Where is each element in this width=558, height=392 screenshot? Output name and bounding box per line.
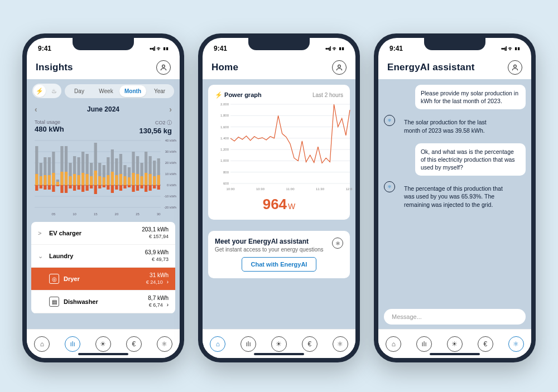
svg-rect-96 [145,185,147,192]
nav-chart-icon[interactable]: ılı [240,336,256,352]
svg-rect-78 [119,185,122,191]
home-indicator [78,353,128,355]
svg-text:0 kWh: 0 kWh [167,183,176,187]
nav-euro-icon[interactable]: € [302,336,318,352]
screen-home: 9:41 ••ıl ᯤ ▮▮ Home ⚡ Power graph Last 2… [203,38,355,358]
power-graph-card[interactable]: ⚡ Power graph Last 2 hours 2,0001,8001,6… [208,85,350,220]
svg-rect-32 [56,182,59,185]
nav-home-icon[interactable]: ⌂ [386,336,401,352]
svg-rect-87 [132,185,134,192]
card-header: ⚡ Power graph Last 2 hours [215,91,343,99]
nav-sun-icon[interactable]: ☀ [447,336,463,352]
svg-rect-75 [115,185,118,190]
header: EnergyAI assistant [378,59,531,79]
device-row-dryer[interactable]: ◎Dryer31 kWh€ 24,10 › [31,268,175,291]
profile-avatar[interactable] [332,60,347,75]
svg-text:1,800: 1,800 [220,114,229,117]
tab-year[interactable]: Year [146,85,173,97]
nav-atom-icon[interactable]: ⚛ [508,336,524,352]
notch [73,38,134,50]
chevron-left-icon[interactable]: ‹ [35,105,37,114]
svg-rect-17 [35,174,38,185]
svg-rect-30 [52,185,55,192]
svg-text:1,600: 1,600 [220,125,229,129]
svg-text:600: 600 [223,182,229,185]
svg-rect-102 [153,185,156,188]
nav-chart-icon[interactable]: ılı [65,336,80,352]
nav-euro-icon[interactable]: € [478,336,493,352]
co2-label: CO2 ⓘ [139,119,172,127]
svg-rect-36 [60,185,63,193]
flame-icon[interactable]: ♨ [48,85,60,97]
mode-toggle: ⚡ ♨ [32,84,61,98]
phone-chat: 9:41 ••ıl ᯤ ▮▮ EnergyAI assistant Please… [374,33,536,362]
svg-text:800: 800 [223,171,229,174]
page-title: EnergyAI assistant [387,62,475,73]
view-tabs: ⚡ ♨ Day Week Month Year [27,79,180,103]
chat-input[interactable]: Message... [384,309,526,325]
svg-rect-72 [111,185,114,193]
nav-home-icon[interactable]: ⌂ [34,336,50,352]
atom-icon: ⚛ [384,181,395,192]
power-value: 964W [215,196,343,213]
nav-atom-icon[interactable]: ⚛ [333,336,348,352]
nav-euro-icon[interactable]: € [126,336,142,352]
device-values: 8,7 kWh€ 6,74 › [148,295,169,308]
tab-month[interactable]: Month [119,85,146,97]
svg-rect-33 [56,185,59,186]
svg-rect-92 [140,176,143,185]
chat-message-list[interactable]: Please provide my solar production in kW… [378,79,531,304]
chevron-right-icon[interactable]: › [169,105,172,114]
power-line-chart: 2,0001,8001,6001,4001,2001,00080060010:0… [215,102,352,191]
chat-with-ai-button[interactable]: Chat with EnergyAI [242,257,317,272]
chat-message-user: Ok, and what was is the percentage of th… [384,143,526,176]
svg-text:10 kWh: 10 kWh [165,172,176,176]
device-name: Laundry [49,253,73,259]
nav-sun-icon[interactable]: ☀ [95,336,111,352]
svg-text:-20 kWh: -20 kWh [164,206,176,209]
atom-icon: ⚛ [384,115,395,126]
message-text: Ok, and what was is the percentage of th… [415,143,526,176]
dryer-icon: ◎ [49,274,59,284]
device-name: Dryer [64,275,80,282]
svg-text:10: 10 [73,212,76,216]
nav-atom-icon[interactable]: ⚛ [157,336,172,352]
svg-rect-59 [94,171,97,185]
svg-rect-26 [48,175,51,185]
svg-rect-68 [107,175,109,185]
notch [248,38,310,50]
message-text: Please provide my solar production in kW… [415,85,526,109]
svg-rect-41 [69,176,71,185]
svg-text:12:00: 12:00 [345,187,352,191]
co2-value: 130,56 kg [139,127,172,135]
device-row-dishwasher[interactable]: ▤Dishwasher8,7 kWh€ 6,74 › [31,291,175,313]
svg-rect-53 [86,174,89,185]
chat-message-bot: ⚛The percentage of this production that … [384,180,526,213]
device-row-laundry[interactable]: ⌄Laundry63,9 kWh€ 49,73 [31,245,175,268]
svg-text:05: 05 [52,212,56,216]
nav-sun-icon[interactable]: ☀ [271,336,287,352]
usage-bar-chart[interactable]: 40 kWh30 kWh20 kWh10 kWh0 kWh-10 kWh-20 … [27,136,180,219]
tab-week[interactable]: Week [93,85,119,97]
nav-chart-icon[interactable]: ılı [416,336,432,352]
home-indicator [430,353,480,355]
profile-avatar[interactable] [508,60,522,75]
device-row-ev-charger[interactable]: >EV charger203,1 kWh€ 157,94 [31,222,175,245]
svg-point-134 [514,65,517,67]
svg-rect-98 [149,174,152,185]
svg-rect-54 [86,185,89,191]
svg-rect-23 [44,175,46,185]
svg-text:2,000: 2,000 [220,103,229,106]
card-title: ⚡ Power graph [215,91,262,99]
device-values: 31 kWh€ 24,10 › [146,272,169,285]
svg-text:10:30: 10:30 [256,187,265,191]
profile-avatar[interactable] [156,60,171,75]
svg-rect-29 [52,173,55,185]
tab-day[interactable]: Day [66,85,93,97]
atom-icon: ⚛ [332,238,343,249]
insights-content: ⚡ ♨ Day Week Month Year ‹ June 2024 › To… [27,79,180,329]
svg-text:11:30: 11:30 [316,187,325,191]
nav-home-icon[interactable]: ⌂ [210,336,225,352]
bolt-icon[interactable]: ⚡ [33,85,46,97]
svg-rect-80 [123,176,126,185]
